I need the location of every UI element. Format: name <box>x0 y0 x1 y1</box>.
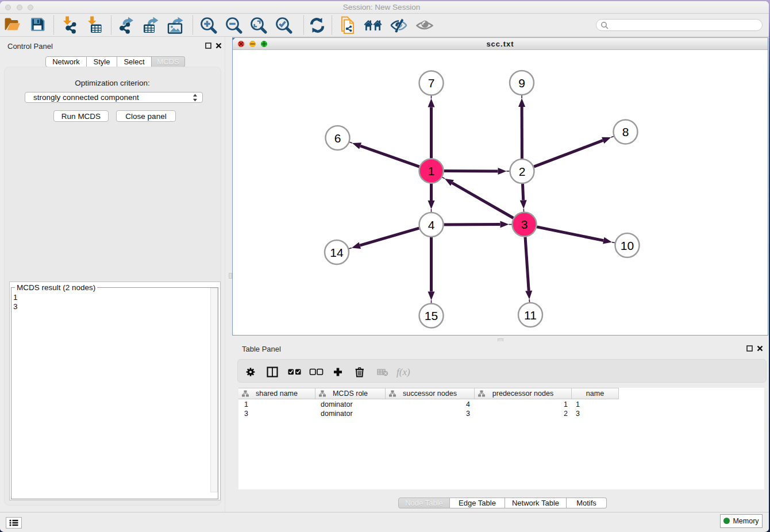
svg-text:6: 6 <box>334 132 341 145</box>
svg-text:f(x): f(x) <box>396 367 410 377</box>
svg-text:15: 15 <box>425 309 438 322</box>
svg-text:3: 3 <box>521 218 528 231</box>
svg-text:14: 14 <box>330 246 344 259</box>
svg-text:4: 4 <box>428 218 435 232</box>
svg-text:8: 8 <box>622 125 629 138</box>
svg-text:11: 11 <box>524 309 537 322</box>
svg-text:1: 1 <box>428 164 435 178</box>
svg-text:7: 7 <box>428 76 435 90</box>
svg-text:10: 10 <box>621 239 634 252</box>
svg-text:9: 9 <box>518 76 525 90</box>
svg-text:2: 2 <box>519 165 526 178</box>
